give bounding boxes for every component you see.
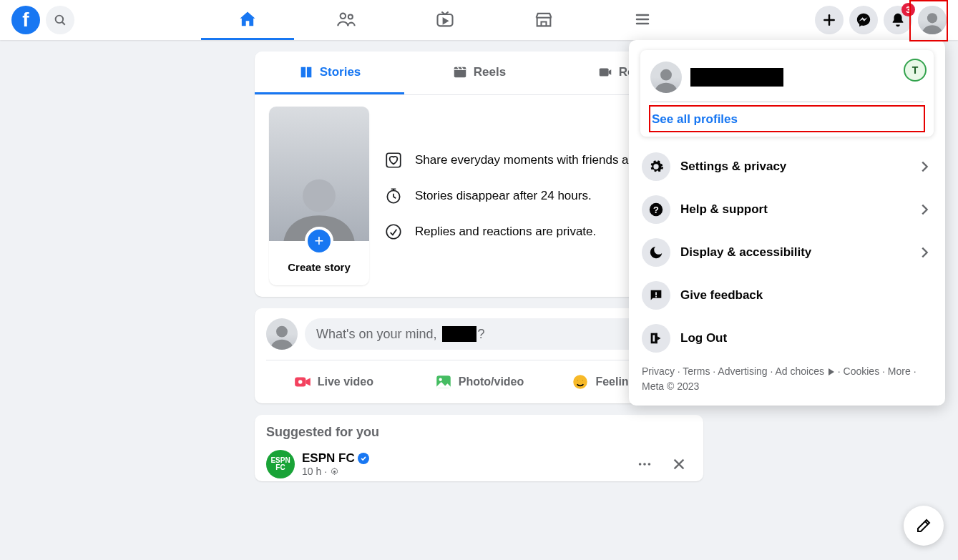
verified-badge-icon bbox=[358, 453, 369, 464]
messenger-button[interactable] bbox=[849, 6, 878, 34]
story-point-text: Replies and reactions are private. bbox=[415, 225, 596, 239]
footer-link[interactable]: Cookies bbox=[844, 365, 880, 377]
plus-icon bbox=[822, 13, 836, 27]
rooms-icon bbox=[597, 64, 613, 80]
header-bar: f 3 bbox=[0, 0, 958, 40]
nav-center bbox=[74, 0, 815, 40]
footer-link[interactable]: Terms bbox=[683, 365, 710, 377]
chevron-right-icon bbox=[917, 202, 932, 217]
nav-friends-tab[interactable] bbox=[300, 0, 393, 40]
adchoices-icon bbox=[829, 368, 834, 375]
footer-link[interactable]: More bbox=[888, 365, 911, 377]
create-button[interactable] bbox=[815, 6, 844, 34]
profile-link[interactable] bbox=[650, 57, 924, 102]
live-video-button[interactable]: Live video bbox=[260, 366, 406, 398]
post-time: 10 h bbox=[302, 466, 321, 477]
svg-rect-34 bbox=[655, 292, 657, 295]
redacted-name bbox=[442, 326, 476, 342]
svg-point-31 bbox=[660, 69, 672, 81]
live-video-icon bbox=[293, 373, 312, 391]
nav-home-tab[interactable] bbox=[201, 0, 294, 40]
svg-rect-14 bbox=[386, 153, 401, 167]
moon-icon bbox=[642, 238, 670, 267]
profile-switcher-card: T See all profiles bbox=[640, 50, 934, 137]
svg-point-0 bbox=[56, 16, 64, 24]
photo-video-button[interactable]: Photo/video bbox=[406, 366, 552, 398]
nav-marketplace-tab[interactable] bbox=[497, 0, 590, 40]
redacted-name bbox=[690, 68, 783, 87]
post-close-button[interactable] bbox=[666, 451, 692, 477]
avatar-icon bbox=[650, 62, 682, 93]
stories-icon bbox=[298, 64, 314, 80]
svg-point-10 bbox=[927, 13, 937, 23]
svg-point-16 bbox=[386, 225, 401, 239]
new-message-fab[interactable] bbox=[904, 506, 944, 546]
story-point-text: Stories disappear after 24 hours. bbox=[415, 189, 592, 203]
menu-log-out[interactable]: Log Out bbox=[639, 317, 935, 360]
post-more-button[interactable] bbox=[632, 451, 658, 477]
feedback-icon bbox=[642, 281, 670, 310]
menu-item-label: Display & accessibility bbox=[680, 245, 906, 260]
logout-icon bbox=[642, 324, 670, 353]
home-icon bbox=[238, 9, 258, 29]
svg-line-1 bbox=[62, 22, 65, 25]
menu-give-feedback[interactable]: Give feedback bbox=[639, 274, 935, 317]
menu-help-support[interactable]: ? Help & support bbox=[639, 188, 935, 231]
svg-point-17 bbox=[276, 326, 288, 338]
svg-point-25 bbox=[333, 470, 336, 472]
chevron-right-icon bbox=[917, 245, 932, 260]
compose-icon bbox=[915, 517, 932, 534]
see-all-profiles-link[interactable]: See all profiles bbox=[649, 105, 925, 132]
facebook-logo[interactable]: f bbox=[11, 6, 40, 34]
tab-label: Stories bbox=[320, 65, 361, 79]
svg-point-19 bbox=[298, 380, 302, 383]
watch-icon bbox=[435, 9, 455, 29]
footer-link[interactable]: Privacy bbox=[642, 365, 675, 377]
account-menu: T See all profiles Settings & privacy ? … bbox=[629, 40, 945, 406]
search-icon bbox=[54, 14, 67, 26]
nav-watch-tab[interactable] bbox=[399, 0, 492, 40]
help-icon: ? bbox=[642, 195, 670, 224]
avatar-placeholder bbox=[269, 107, 369, 241]
svg-point-26 bbox=[639, 463, 642, 466]
menu-settings-privacy[interactable]: Settings & privacy bbox=[639, 145, 935, 188]
photo-icon bbox=[434, 373, 453, 391]
nav-menu-tab[interactable] bbox=[596, 0, 689, 40]
svg-point-2 bbox=[340, 13, 345, 18]
svg-point-22 bbox=[574, 375, 588, 389]
svg-point-13 bbox=[303, 180, 336, 212]
menu-item-label: Settings & privacy bbox=[680, 159, 906, 174]
menu-display-accessibility[interactable]: Display & accessibility bbox=[639, 231, 935, 274]
tab-stories[interactable]: Stories bbox=[255, 51, 404, 94]
avatar-icon bbox=[918, 6, 947, 34]
feeling-icon bbox=[571, 373, 590, 391]
notifications-button[interactable]: 3 bbox=[884, 6, 912, 34]
page-avatar: ESPNFC bbox=[266, 450, 295, 478]
svg-rect-35 bbox=[655, 296, 657, 298]
composer-prompt-prefix: What's on your mind, bbox=[316, 327, 437, 342]
footer-link[interactable]: Ad choices bbox=[776, 365, 824, 377]
close-icon bbox=[671, 456, 687, 472]
suggested-row[interactable]: ESPNFC ESPN FC 10 h · bbox=[266, 450, 692, 478]
more-icon bbox=[637, 456, 652, 472]
menu-footer: Privacy · Terms · Advertising · Ad choic… bbox=[639, 360, 935, 396]
svg-rect-12 bbox=[599, 68, 608, 76]
avatar-icon[interactable] bbox=[266, 318, 298, 350]
suggested-title: Suggested for you bbox=[266, 425, 692, 440]
tab-reels[interactable]: Reels bbox=[404, 51, 554, 94]
create-story-tile[interactable]: + Create story bbox=[269, 107, 369, 285]
gear-icon bbox=[642, 152, 670, 181]
profile-switch-badge[interactable]: T bbox=[904, 59, 927, 82]
nav-right: 3 bbox=[815, 6, 947, 34]
action-label: Live video bbox=[318, 375, 373, 388]
account-button[interactable] bbox=[918, 6, 947, 34]
menu-item-label: Give feedback bbox=[680, 288, 932, 303]
notification-badge: 3 bbox=[901, 3, 915, 16]
clock-icon bbox=[383, 187, 404, 205]
menu-item-label: Log Out bbox=[680, 331, 932, 345]
messenger-icon bbox=[856, 12, 871, 28]
hamburger-icon bbox=[634, 11, 651, 28]
footer-link[interactable]: Advertising bbox=[718, 365, 767, 377]
search-button[interactable] bbox=[46, 6, 74, 34]
suggested-card: Suggested for you ESPNFC ESPN FC 10 h · bbox=[255, 415, 703, 481]
